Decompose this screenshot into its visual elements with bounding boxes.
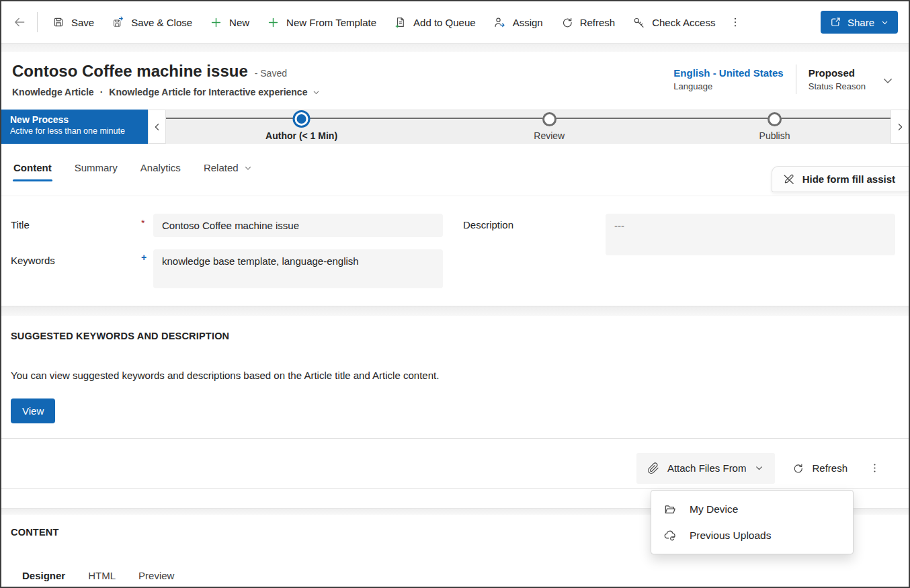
process-scroll-right-button[interactable] xyxy=(891,110,909,144)
stage-label: Review xyxy=(534,130,565,141)
new-button[interactable]: New xyxy=(201,9,258,36)
vertical-dots-icon xyxy=(729,16,741,28)
form-fill-assist-label: Hide form fill assist xyxy=(802,173,895,185)
cloud-sync-icon xyxy=(663,529,677,542)
marker-spacer xyxy=(593,214,606,218)
attachments-toolbar: Attach Files From Refresh xyxy=(1,438,909,489)
keywords-field-row: Keywords + knowledge base template, lang… xyxy=(11,249,443,288)
check-access-button[interactable]: Check Access xyxy=(624,9,724,36)
form-column-left: Title * Contoso Coffee machine issue Key… xyxy=(11,214,443,306)
save-button[interactable]: Save xyxy=(44,9,103,36)
process-name: New Process xyxy=(10,114,148,125)
process-stage-review[interactable]: Review xyxy=(534,110,565,141)
menu-item-my-device[interactable]: My Device xyxy=(651,496,853,522)
tab-related[interactable]: Related xyxy=(203,153,253,183)
plus-icon xyxy=(267,16,280,29)
tab-preview[interactable]: Preview xyxy=(138,566,175,585)
keywords-field-label: Keywords xyxy=(11,249,141,266)
record-header: Contoso Coffee machine issue - Saved Kno… xyxy=(1,52,909,110)
title-field-label: Title xyxy=(11,214,141,230)
process-stage-author[interactable]: Author (< 1 Min) xyxy=(265,110,337,141)
divider xyxy=(37,12,38,32)
chevron-down-icon xyxy=(243,163,253,173)
record-header-fields: English - United States Language Propose… xyxy=(673,62,895,94)
more-commands-button[interactable] xyxy=(724,9,747,36)
menu-item-label: My Device xyxy=(690,503,738,515)
description-value: --- xyxy=(614,220,624,231)
command-label: Assign xyxy=(513,17,543,28)
status-reason-field: Proposed Status Reason xyxy=(809,67,866,91)
open-folder-icon xyxy=(663,503,677,516)
form-tabs: Content Summary Analytics Related Hide f… xyxy=(1,144,909,196)
chevron-down-icon xyxy=(882,75,894,87)
language-label: Language xyxy=(673,81,783,91)
add-to-queue-button[interactable]: Add to Queue xyxy=(385,9,485,36)
save-and-close-button[interactable]: Save & Close xyxy=(103,9,201,36)
share-button[interactable]: Share xyxy=(821,11,898,34)
form-selector-label: Knowledge Article for Interactive experi… xyxy=(109,87,307,97)
language-field: English - United States Language xyxy=(673,67,783,91)
command-label: New From Template xyxy=(286,17,376,28)
menu-item-previous-uploads[interactable]: Previous Uploads xyxy=(651,522,853,548)
status-reason-value: Proposed xyxy=(809,67,866,79)
header-expand-button[interactable] xyxy=(878,72,895,87)
record-header-left: Contoso Coffee machine issue - Saved Kno… xyxy=(12,62,321,97)
suggested-section-body: You can view suggested keywords and desc… xyxy=(11,370,898,381)
tab-designer[interactable]: Designer xyxy=(22,566,66,585)
command-label: Add to Queue xyxy=(413,17,476,28)
process-stage-publish[interactable]: Publish xyxy=(759,110,790,141)
attachments-more-button[interactable] xyxy=(864,453,884,484)
attach-files-label: Attach Files From xyxy=(667,462,747,474)
view-button[interactable]: View xyxy=(11,398,55,423)
tab-summary[interactable]: Summary xyxy=(74,153,118,183)
hide-form-fill-assist-button[interactable]: Hide form fill assist xyxy=(772,166,909,192)
suggested-keywords-section: SUGGESTED KEYWORDS AND DESCRIPTION You c… xyxy=(1,316,909,438)
refresh-icon xyxy=(561,16,573,29)
share-label: Share xyxy=(847,17,874,28)
keywords-input[interactable]: knowledge base template, language-englis… xyxy=(153,249,443,288)
title-input[interactable]: Contoso Coffee machine issue xyxy=(153,214,443,237)
assign-button[interactable]: Assign xyxy=(485,9,552,36)
attachments-refresh-button[interactable]: Refresh xyxy=(785,453,854,484)
process-badge[interactable]: New Process Active for less than one min… xyxy=(1,110,148,144)
command-label: Check Access xyxy=(652,17,715,28)
chevron-down-icon xyxy=(312,88,321,97)
business-process-flow: New Process Active for less than one min… xyxy=(1,110,909,144)
stage-circle-icon xyxy=(768,112,782,126)
process-track: Author (< 1 Min) Review Publish xyxy=(166,110,891,144)
attach-files-dropdown-menu: My Device Previous Uploads xyxy=(651,490,854,554)
paperclip-icon xyxy=(647,462,659,474)
process-scroll-left-button[interactable] xyxy=(148,110,166,144)
language-value[interactable]: English - United States xyxy=(673,67,783,79)
command-label: Save & Close xyxy=(131,17,192,28)
back-button[interactable] xyxy=(8,11,31,34)
dot-separator: · xyxy=(100,87,104,97)
page-title: Contoso Coffee machine issue xyxy=(12,62,248,81)
description-input[interactable]: --- xyxy=(606,214,895,255)
chevron-down-icon xyxy=(754,463,764,473)
suggested-section-heading: SUGGESTED KEYWORDS AND DESCRIPTION xyxy=(11,331,898,341)
refresh-label: Refresh xyxy=(812,462,847,474)
chevron-right-icon xyxy=(895,122,905,132)
divider xyxy=(796,65,796,94)
attach-files-from-button[interactable]: Attach Files From xyxy=(636,453,776,484)
section-separator xyxy=(1,306,909,316)
tab-label: Summary xyxy=(75,162,118,173)
save-icon xyxy=(52,16,65,28)
tab-html[interactable]: HTML xyxy=(87,566,116,585)
form-selector[interactable]: Knowledge Article for Interactive experi… xyxy=(109,87,321,97)
refresh-icon xyxy=(792,462,804,474)
tab-content[interactable]: Content xyxy=(13,153,52,183)
tab-label: Related xyxy=(204,162,239,173)
tab-label: Analytics xyxy=(140,162,181,173)
share-icon xyxy=(829,16,841,28)
stage-circle-icon xyxy=(542,112,556,126)
arrow-left-icon xyxy=(13,15,26,29)
tab-analytics[interactable]: Analytics xyxy=(140,153,181,183)
refresh-button[interactable]: Refresh xyxy=(552,9,624,36)
stage-label: Publish xyxy=(759,130,790,141)
new-from-template-button[interactable]: New From Template xyxy=(258,9,385,36)
assign-icon xyxy=(493,16,506,29)
command-label: Save xyxy=(71,17,94,28)
entity-name: Knowledge Article xyxy=(12,87,94,97)
